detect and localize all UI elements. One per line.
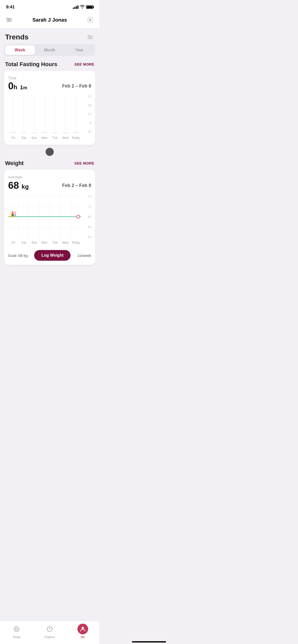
fasting-card: Total 0h 1m Feb 2 – Feb 8 Fri Sat Su xyxy=(4,71,95,145)
svg-point-12 xyxy=(89,38,90,39)
fasting-card-label: Total xyxy=(8,76,91,80)
trends-header: Trends xyxy=(0,28,99,44)
weight-card-label: Average xyxy=(8,175,91,179)
fasting-chart-area: Fri Sat Sun Mon Tue xyxy=(8,95,81,133)
battery-icon xyxy=(86,5,93,9)
weight-card-footer: Goal: 68 kg Log Weight 1x/week xyxy=(8,250,91,261)
fasting-section-header: Total Fasting Hours SEE MORE xyxy=(0,61,99,71)
status-time: 9:41 xyxy=(6,5,15,10)
scroll-indicator xyxy=(0,148,99,156)
trends-filter-button[interactable] xyxy=(86,33,94,41)
weight-date-range: Feb 2 – Feb 8 xyxy=(62,183,91,188)
tab-year[interactable]: Year xyxy=(64,45,94,55)
chart-col-today: Today xyxy=(71,95,81,133)
svg-point-3 xyxy=(7,18,8,19)
svg-point-11 xyxy=(90,37,91,38)
fasting-y-axis: 24 18 12 6 0h xyxy=(82,95,91,133)
fasting-chart: Fri Sat Sun Mon Tue xyxy=(8,95,91,141)
tab-month[interactable]: Month xyxy=(35,45,65,55)
weight-freq: 1x/week xyxy=(77,253,91,258)
app-header: Sarah J Jonas xyxy=(0,13,99,28)
tab-week[interactable]: Week xyxy=(5,45,35,55)
scroll-dot xyxy=(46,148,54,156)
fasting-value: 0h 1m xyxy=(8,81,27,91)
svg-point-4 xyxy=(9,19,10,20)
status-bar: 9:41 xyxy=(0,0,99,13)
weight-chart-area: 🎉 xyxy=(8,195,81,238)
weight-chart: 🎉 Fri Sat Sun Mon Tue Wed Today 73 70 68… xyxy=(8,195,91,246)
wifi-icon xyxy=(80,5,85,9)
fasting-see-more[interactable]: SEE MORE xyxy=(74,62,94,66)
svg-point-10 xyxy=(88,35,89,36)
weight-goal: Goal: 68 kg xyxy=(8,253,28,258)
chart-col-sat: Sat xyxy=(19,95,29,133)
weight-see-more[interactable]: SEE MORE xyxy=(74,161,94,165)
weight-section-header: Weight SEE MORE xyxy=(0,160,99,170)
fasting-title: Total Fasting Hours xyxy=(5,61,57,68)
status-icons xyxy=(73,5,93,9)
filter-button[interactable] xyxy=(5,16,13,24)
chart-col-sun: Sun xyxy=(29,95,39,133)
weight-card: Average 68 kg Feb 2 – Feb 8 xyxy=(4,170,95,265)
chart-col-wed: Wed xyxy=(60,95,71,133)
weight-dot xyxy=(76,215,80,218)
main-content: Trends Week Month Year Total Fasting Hou… xyxy=(0,28,99,293)
weight-x-labels: Fri Sat Sun Mon Tue Wed Today xyxy=(8,239,81,246)
fasting-value-row: 0h 1m Feb 2 – Feb 8 xyxy=(8,81,91,91)
weight-value-row: 68 kg Feb 2 – Feb 8 xyxy=(8,180,91,191)
chart-col-fri: Fri xyxy=(8,95,19,133)
svg-point-5 xyxy=(8,21,9,22)
trends-title: Trends xyxy=(5,33,29,41)
settings-button[interactable] xyxy=(86,16,94,24)
user-name: Sarah J Jonas xyxy=(32,17,67,23)
weight-y-axis: 73 70 68 66 63 xyxy=(82,195,91,238)
weight-value: 68 kg xyxy=(8,180,29,191)
chart-col-tue: Tue xyxy=(50,95,60,133)
weight-title: Weight xyxy=(5,160,24,167)
fasting-date-range: Feb 2 – Feb 8 xyxy=(62,83,91,89)
svg-point-6 xyxy=(89,19,91,21)
chart-col-mon: Mon xyxy=(39,95,50,133)
period-tabs: Week Month Year xyxy=(4,44,95,56)
weight-emoji: 🎉 xyxy=(10,211,17,218)
signal-icon xyxy=(73,5,78,9)
log-weight-button[interactable]: Log Weight xyxy=(34,250,71,261)
